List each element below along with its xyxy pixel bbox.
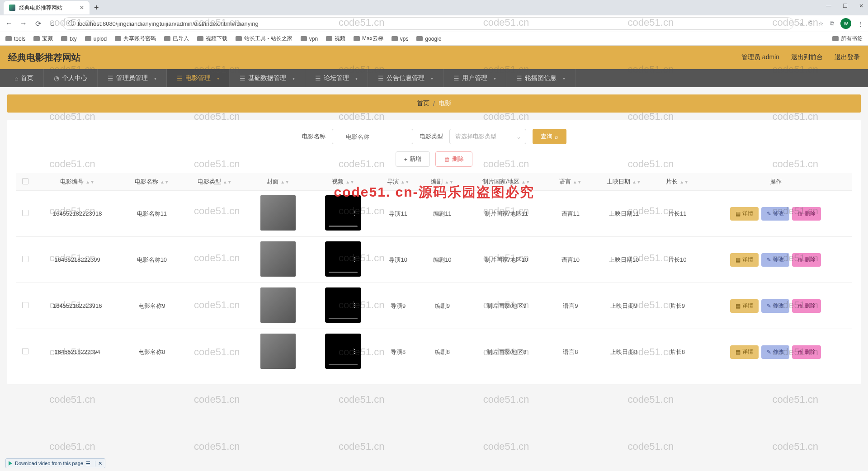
admin-label[interactable]: 管理员 admin (741, 53, 779, 61)
bookmark-item[interactable]: 宝藏 (33, 35, 53, 42)
bookmark-item[interactable]: google (416, 36, 441, 42)
favicon-icon (9, 5, 15, 11)
row-delete-button[interactable]: 🗑 删除 (792, 345, 821, 359)
extensions-icon[interactable]: ⧉ (830, 20, 834, 27)
edit-button[interactable]: ✎ 修改 (761, 299, 789, 313)
nav-item[interactable]: ☰管理员管理▾ (98, 69, 167, 87)
row-delete-button[interactable]: 🗑 删除 (792, 253, 821, 267)
video-player[interactable] (325, 241, 361, 277)
profile-avatar[interactable]: w (840, 18, 851, 29)
detail-button[interactable]: ▤ 详情 (730, 253, 759, 267)
query-button[interactable]: 查询 ⌕ (533, 129, 566, 144)
row-checkbox[interactable] (22, 348, 28, 354)
breadcrumb-home[interactable]: 首页 (417, 99, 429, 108)
bookmark-item[interactable]: tools (5, 36, 25, 42)
nav-item[interactable]: ☰公告信息管理▾ (368, 69, 443, 87)
nav-item[interactable]: ☰用户管理▾ (443, 69, 506, 87)
cover-thumbnail[interactable] (260, 241, 296, 277)
column-header[interactable]: 视频▲▼ (310, 173, 376, 191)
nav-item[interactable]: ◔个人中心 (44, 69, 98, 87)
edit-button[interactable]: ✎ 修改 (761, 207, 789, 221)
cell-country: 制片国家/地区10 (464, 237, 548, 283)
toolbar-right: ⌁ ᴳ ☆ ⧉ w ⋮ (799, 18, 863, 29)
video-player[interactable] (325, 195, 361, 231)
reload-icon[interactable]: ⟳ (33, 19, 42, 28)
nav-item[interactable]: ☰电影管理▾ (167, 69, 230, 87)
column-header[interactable]: 封面▲▼ (246, 173, 310, 191)
row-delete-button[interactable]: 🗑 删除 (792, 207, 821, 221)
nav-item[interactable]: ⌂首页 (5, 69, 44, 87)
detail-button[interactable]: ▤ 详情 (730, 299, 759, 313)
logout-front-link[interactable]: 退出到前台 (791, 53, 823, 61)
bookmark-item[interactable]: txy (61, 36, 76, 42)
name-input[interactable] (332, 129, 413, 144)
cover-thumbnail[interactable] (260, 334, 296, 369)
new-tab-button[interactable]: + (90, 3, 104, 13)
edit-button[interactable]: ✎ 修改 (761, 253, 789, 267)
column-header[interactable]: 电影类型▲▼ (183, 173, 246, 191)
folder-icon (354, 36, 360, 41)
video-player[interactable] (325, 287, 361, 323)
bookmark-item[interactable]: 视频下载 (197, 35, 227, 42)
bookmark-item[interactable]: 已导入 (164, 35, 189, 42)
translate-icon[interactable]: ᴳ (809, 20, 812, 27)
bookmark-item[interactable]: vpn (301, 36, 318, 42)
back-icon[interactable]: ← (5, 19, 14, 28)
logout-link[interactable]: 退出登录 (835, 53, 860, 61)
bookmark-item[interactable]: 站长工具 - 站长之家 (236, 35, 292, 42)
close-tab-icon[interactable]: ✕ (80, 5, 84, 11)
kebab-menu-icon[interactable]: ⋮ (858, 20, 863, 27)
detail-button[interactable]: ▤ 详情 (730, 207, 759, 221)
bookmark-item[interactable]: uplod (85, 36, 107, 42)
bookmark-item[interactable]: Max云梯 (354, 35, 383, 42)
column-header[interactable]: 上映日期▲▼ (593, 173, 656, 191)
detail-button[interactable]: ▤ 详情 (730, 345, 759, 359)
video-player[interactable] (325, 334, 361, 369)
row-delete-button[interactable]: 🗑 删除 (792, 299, 821, 313)
key-icon[interactable]: ⌁ (799, 20, 803, 27)
cell-country: 制片国家/地区11 (464, 191, 548, 237)
add-button[interactable]: + 新增 (396, 151, 430, 167)
column-header[interactable]: 编剧▲▼ (420, 173, 465, 191)
trash-icon: 🗑 (797, 257, 803, 263)
cell-id: 16455218222399 (34, 237, 120, 283)
close-window-icon[interactable]: ✕ (857, 3, 865, 9)
content-area: 首页 / 电影 电影名称 ⌕ 电影类型 请选择电影类型 查询 ⌕ + 新增 (0, 87, 868, 391)
row-checkbox[interactable] (22, 256, 28, 262)
column-header[interactable]: 操作 (699, 173, 852, 191)
forward-icon[interactable]: → (19, 19, 28, 28)
nav-icon: ☰ (516, 75, 522, 82)
type-select[interactable]: 请选择电影类型 (449, 129, 526, 144)
column-header[interactable]: 制片国家/地区▲▼ (464, 173, 548, 191)
sort-icon: ▲▼ (85, 181, 94, 184)
column-header[interactable]: 电影编号▲▼ (34, 173, 120, 191)
folder-icon (392, 36, 398, 41)
column-header[interactable]: 电影名称▲▼ (120, 173, 183, 191)
column-header[interactable]: 片长▲▼ (655, 173, 699, 191)
row-checkbox[interactable] (22, 302, 28, 308)
detail-icon: ▤ (736, 349, 741, 355)
url-field[interactable]: ⓘ localhost:8080/jingdiandianyingtuijian… (62, 17, 794, 30)
column-header[interactable]: 导演▲▼ (376, 173, 420, 191)
cover-thumbnail[interactable] (260, 195, 296, 231)
maximize-icon[interactable]: ☐ (841, 3, 849, 9)
nav-item[interactable]: ☰轮播图信息▾ (506, 69, 576, 87)
column-header[interactable]: 语言▲▼ (548, 173, 593, 191)
row-checkbox[interactable] (22, 210, 28, 216)
minimize-icon[interactable]: — (825, 3, 833, 9)
cover-thumbnail[interactable] (260, 287, 296, 323)
delete-button[interactable]: 🗑 删除 (435, 151, 472, 167)
bookmark-item[interactable]: 视频 (326, 35, 345, 42)
table-row: 16455218222399电影名称10导演10编剧10制片国家/地区10语言1… (16, 237, 852, 283)
all-bookmarks[interactable]: 所有书签 (832, 35, 863, 42)
select-all-checkbox[interactable] (22, 178, 28, 184)
browser-tab[interactable]: 经典电影推荐网站 ✕ (4, 1, 90, 14)
bookmark-item[interactable]: vps (392, 36, 409, 42)
nav-item[interactable]: ☰基础数据管理▾ (230, 69, 305, 87)
bookmark-item[interactable]: 共享账号密码 (115, 35, 156, 42)
edit-button[interactable]: ✎ 修改 (761, 345, 789, 359)
bookmark-star-icon[interactable]: ☆ (818, 20, 824, 27)
home-icon[interactable]: ⌂ (48, 19, 57, 28)
breadcrumb: 首页 / 电影 (7, 94, 861, 113)
nav-item[interactable]: ☰论坛管理▾ (305, 69, 368, 87)
